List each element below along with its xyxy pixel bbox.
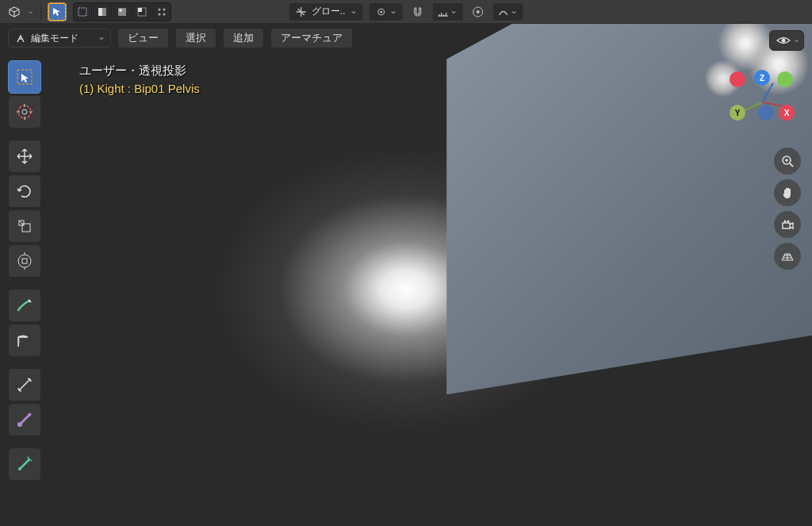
tool-annotate[interactable] [8,289,41,322]
perspective-toggle-button[interactable] [774,243,801,270]
projection-label: ユーザー・透視投影 [79,63,200,79]
axis-neg-y[interactable] [777,71,793,87]
viewport-nav-buttons [774,148,801,270]
bone-roll-icon [15,375,34,394]
header-second: 編集モード ビュー 選択 追加 アーマチュア [0,24,812,52]
svg-rect-0 [79,8,86,16]
zoom-button[interactable] [774,148,801,175]
move-icon [15,147,34,166]
select-tool-tweak[interactable] [48,2,67,21]
menu-add[interactable]: 追加 [223,28,264,48]
select-mode-face[interactable] [113,2,132,21]
bone-envelope-icon [15,410,34,429]
menu-armature[interactable]: アーマチュア [270,28,353,48]
proportional-icon [471,6,484,18]
select-mode-edge[interactable] [93,2,112,21]
svg-rect-22 [22,259,27,263]
transform-all-icon [15,251,34,271]
tool-bone-size[interactable] [8,403,41,436]
svg-point-12 [380,10,382,13]
transform-orientation-label: グロー.. [312,5,346,18]
transform-orientation-dropdown[interactable]: グロー.. [289,2,364,21]
svg-point-17 [18,106,31,118]
tool-extrude[interactable] [8,447,41,481]
tool-scale[interactable] [8,209,41,243]
rotate-icon [15,182,34,201]
pivot-point-dropdown[interactable] [368,2,403,21]
zoom-icon [780,154,795,168]
axis-neg-x[interactable] [730,71,745,87]
header-center-controls: グロー.. [289,2,524,21]
snap-toggle[interactable] [408,2,427,21]
many-dots-icon [156,6,167,17]
proportional-falloff-dropdown[interactable] [492,2,523,21]
axis-z[interactable]: Z [754,70,770,86]
active-object-label: (1) Kight : Bip01 Pelvis [79,82,200,95]
svg-point-15 [782,39,786,43]
pivot-icon [375,6,386,17]
svg-point-14 [476,10,479,13]
axis-line-z [761,83,774,102]
snap-element-dropdown[interactable] [431,2,463,21]
select-mode-extra1[interactable] [132,2,151,21]
select-mode-vertex[interactable] [73,2,92,21]
cursor-3d-icon [15,102,34,121]
eye-icon [776,35,791,46]
chevron-down-icon: ⌄ [27,6,34,16]
half-shade-icon [97,6,108,17]
svg-point-7 [159,8,161,10]
navigation-gizmo[interactable]: Z Y X [730,70,795,135]
header-top: ⌄ グロー.. [0,0,812,24]
toolbar-left [8,60,43,481]
svg-point-18 [22,109,27,114]
svg-point-9 [159,13,161,15]
menu-select[interactable]: 選択 [175,28,216,48]
interaction-mode-label: 編集モード [31,32,79,45]
falloff-curve-icon [497,6,508,17]
cursor-select-icon [15,67,34,86]
tool-transform[interactable] [8,244,41,278]
scale-icon [15,217,34,236]
interaction-mode-dropdown[interactable]: 編集モード [8,29,111,48]
menu-view[interactable]: ビュー [117,28,169,48]
box-select-icon [77,6,88,17]
svg-point-21 [18,255,31,267]
camera-view-button[interactable] [774,211,801,238]
svg-point-25 [18,467,21,470]
editor-type-dropdown[interactable] [5,2,24,21]
tool-rotate[interactable] [8,175,41,208]
corner-icon [136,6,147,17]
grid-perspective-icon [780,249,795,263]
axis-neg-z[interactable] [758,105,774,121]
tool-select-box[interactable] [8,60,41,94]
pencil-icon [15,296,34,315]
tool-move[interactable] [8,140,41,173]
viewport-overlay-info: ユーザー・透視投影 (1) Kight : Bip01 Pelvis [79,63,200,95]
svg-rect-6 [138,8,142,12]
svg-point-8 [163,8,166,10]
tool-measure[interactable] [8,324,41,357]
proportional-edit-toggle[interactable] [468,2,487,21]
armature-edit-icon [15,33,26,44]
snap-increment-icon [437,6,448,17]
separator [40,3,41,21]
orientation-icon [296,6,307,17]
hand-icon [780,186,795,200]
object-visibility-dropdown[interactable] [769,30,804,51]
svg-point-10 [163,13,166,15]
cursor-arrow-icon [52,6,63,17]
svg-rect-2 [98,8,102,16]
extrude-bone-icon [15,455,34,474]
tool-cursor[interactable] [8,95,41,129]
select-mode-group [73,2,171,21]
svg-rect-3 [118,8,126,16]
camera-icon [780,217,795,232]
tool-roll[interactable] [8,368,41,401]
magnet-icon [411,6,423,18]
svg-point-27 [784,221,787,223]
svg-point-4 [119,9,122,12]
axis-y[interactable]: Y [730,105,745,121]
axis-x[interactable]: X [779,105,795,121]
pan-button[interactable] [774,179,801,206]
select-mode-extra2[interactable] [152,2,171,21]
